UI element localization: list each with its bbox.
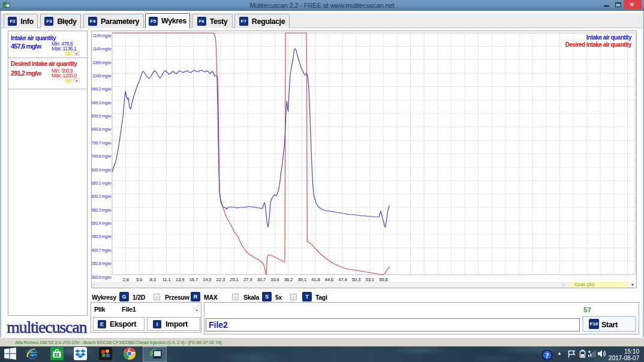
svg-text:?: ? bbox=[545, 351, 549, 360]
